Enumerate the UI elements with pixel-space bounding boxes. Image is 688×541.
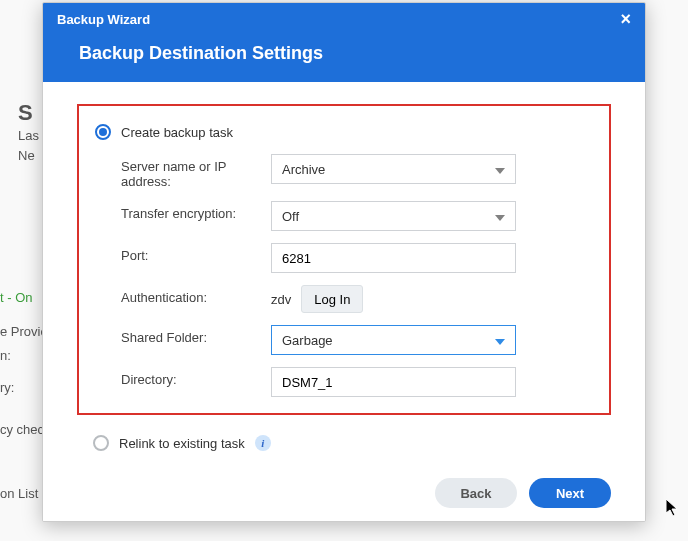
port-label: Port:	[121, 243, 271, 263]
bg-fragment: on List	[0, 486, 38, 501]
port-input-wrap	[271, 243, 516, 273]
login-button[interactable]: Log In	[301, 285, 363, 313]
row-directory: Directory:	[95, 367, 593, 397]
caret-down-icon	[495, 162, 505, 177]
backup-wizard-modal: Backup Wizard × Backup Destination Setti…	[42, 2, 646, 522]
bg-title-fragment: S	[18, 100, 33, 126]
server-select[interactable]: Archive	[271, 154, 516, 184]
row-port: Port:	[95, 243, 593, 273]
shared-folder-value: Garbage	[282, 333, 333, 348]
caret-down-icon	[495, 209, 505, 224]
directory-input[interactable]	[282, 375, 505, 390]
row-server: Server name or IP address: Archive	[95, 154, 593, 189]
row-encryption: Transfer encryption: Off	[95, 201, 593, 231]
modal-titlebar: Backup Wizard ×	[43, 3, 645, 35]
encryption-value: Off	[282, 209, 299, 224]
server-value: Archive	[282, 162, 325, 177]
modal-title: Backup Wizard	[57, 12, 150, 27]
back-button[interactable]: Back	[435, 478, 517, 508]
bg-fragment: Las	[18, 128, 39, 143]
option-create-label: Create backup task	[121, 125, 233, 140]
radio-unchecked-icon	[93, 435, 109, 451]
bg-fragment: n:	[0, 348, 11, 363]
auth-user: zdv	[271, 292, 291, 307]
row-auth: Authentication: zdv Log In	[95, 285, 593, 313]
bg-fragment: Ne	[18, 148, 35, 163]
radio-checked-icon	[95, 124, 111, 140]
auth-label: Authentication:	[121, 285, 271, 305]
directory-label: Directory:	[121, 367, 271, 387]
next-button[interactable]: Next	[529, 478, 611, 508]
bg-fragment: ry:	[0, 380, 14, 395]
modal-subheader: Backup Destination Settings	[43, 35, 645, 82]
caret-down-icon	[495, 333, 505, 348]
close-icon[interactable]: ×	[620, 10, 631, 28]
bg-fragment: e Provic	[0, 324, 47, 339]
highlight-box: Create backup task Server name or IP add…	[77, 104, 611, 415]
modal-footer: Back Next	[43, 465, 645, 521]
row-shared-folder: Shared Folder: Garbage	[95, 325, 593, 355]
bg-fragment: cy chec	[0, 422, 44, 437]
info-icon[interactable]: i	[255, 435, 271, 451]
shared-folder-label: Shared Folder:	[121, 325, 271, 345]
directory-input-wrap	[271, 367, 516, 397]
encryption-select[interactable]: Off	[271, 201, 516, 231]
encryption-label: Transfer encryption:	[121, 201, 271, 221]
option-relink-label: Relink to existing task	[119, 436, 245, 451]
option-relink[interactable]: Relink to existing task i	[77, 429, 611, 459]
bg-fragment: t - On	[0, 290, 33, 305]
shared-folder-select[interactable]: Garbage	[271, 325, 516, 355]
server-label: Server name or IP address:	[121, 154, 271, 189]
option-create-backup[interactable]: Create backup task	[95, 124, 593, 140]
port-input[interactable]	[282, 251, 505, 266]
modal-subtitle: Backup Destination Settings	[79, 43, 609, 64]
modal-body: Create backup task Server name or IP add…	[43, 82, 645, 499]
